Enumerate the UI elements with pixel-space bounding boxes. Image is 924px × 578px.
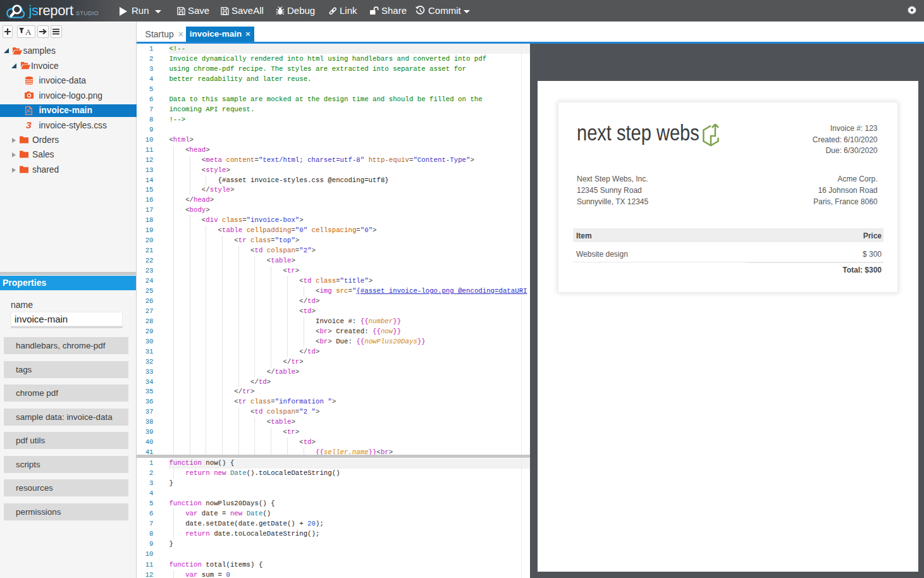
svg-text:3: 3 bbox=[26, 121, 32, 130]
svg-text:A: A bbox=[25, 28, 32, 35]
